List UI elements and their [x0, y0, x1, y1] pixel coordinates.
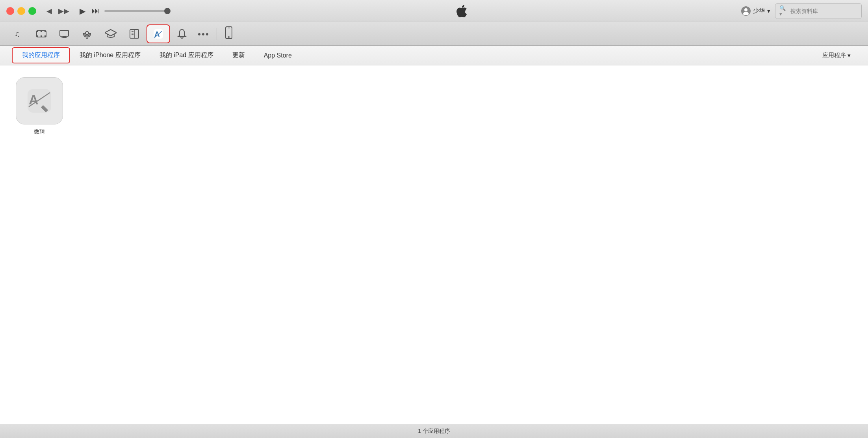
svg-point-27 — [206, 33, 208, 35]
podcast-icon — [82, 29, 92, 39]
close-button[interactable] — [6, 7, 14, 15]
svg-point-29 — [228, 36, 230, 38]
subnav-updates[interactable]: 更新 — [223, 48, 254, 63]
more-options-button[interactable] — [194, 26, 213, 41]
svg-point-25 — [198, 33, 200, 35]
title-bar: ◀ ▶▶ ▶ ⏭ 少华 ▾ 🔍▾ — [0, 0, 868, 22]
maximize-button[interactable] — [28, 7, 36, 15]
progress-bar[interactable] — [104, 10, 183, 12]
subnav-appstore[interactable]: App Store — [254, 49, 301, 62]
subnav-iphone-apps[interactable]: 我的 iPhone 应用程序 — [70, 48, 150, 63]
forward-button[interactable]: ▶▶ — [56, 5, 72, 17]
title-bar-right: 少华 ▾ 🔍▾ — [741, 3, 862, 19]
svg-point-1 — [743, 12, 749, 15]
user-name: 少华 — [753, 7, 765, 15]
toolbar-tv-button[interactable] — [54, 26, 75, 42]
svg-text:♫: ♫ — [15, 30, 20, 38]
svg-point-0 — [744, 8, 747, 11]
subnav-ipad-apps[interactable]: 我的 iPad 应用程序 — [150, 48, 223, 63]
svg-point-26 — [202, 33, 204, 35]
toolbar-bookstore-button[interactable] — [124, 26, 145, 42]
subnav: 我的应用程序 我的 iPhone 应用程序 我的 iPad 应用程序 更新 Ap… — [0, 46, 868, 65]
music-icon: ♫ — [13, 29, 24, 39]
nav-arrows: ◀ ▶▶ — [44, 5, 72, 17]
user-icon — [742, 7, 750, 15]
title-bar-center — [188, 5, 736, 17]
svg-rect-7 — [45, 35, 46, 37]
film-icon — [36, 30, 46, 38]
tv-icon — [59, 29, 69, 39]
toolbar-music-button[interactable]: ♫ — [8, 26, 29, 42]
svg-text:A: A — [29, 92, 39, 107]
svg-point-13 — [85, 32, 89, 35]
svg-rect-5 — [45, 31, 46, 32]
toolbar-device-button[interactable] — [221, 23, 237, 45]
app-icon-wrapper: A — [16, 77, 63, 124]
main-content: A 微聘 — [0, 65, 868, 424]
search-icon: 🔍▾ — [779, 5, 788, 17]
more-icon — [198, 32, 209, 36]
play-button[interactable]: ▶ — [80, 6, 85, 16]
svg-rect-12 — [61, 37, 67, 38]
window-controls — [6, 7, 36, 15]
appstore-icon: A — [153, 28, 164, 39]
svg-rect-10 — [60, 30, 69, 36]
subnav-my-apps[interactable]: 我的应用程序 — [12, 47, 70, 63]
svg-rect-9 — [41, 35, 42, 37]
search-box[interactable]: 🔍▾ — [775, 3, 862, 19]
svg-rect-11 — [63, 36, 66, 37]
toolbar-podcast-button[interactable] — [76, 26, 98, 42]
graduation-icon — [105, 29, 117, 39]
svg-rect-6 — [37, 35, 38, 37]
user-avatar — [741, 6, 751, 16]
book-icon — [129, 29, 139, 39]
svg-rect-8 — [41, 31, 42, 32]
subnav-dropdown[interactable]: 应用程序 ▾ — [817, 49, 856, 61]
subnav-dropdown-label: 应用程序 — [822, 52, 846, 59]
toolbar-education-button[interactable] — [99, 26, 122, 42]
dropdown-chevron-icon: ▾ — [848, 52, 851, 59]
iphone-icon — [225, 26, 233, 39]
search-input[interactable] — [790, 8, 857, 14]
back-button[interactable]: ◀ — [44, 5, 54, 17]
user-chevron-icon: ▾ — [767, 7, 770, 15]
app-name: 微聘 — [34, 128, 45, 135]
toolbar-notifications-button[interactable] — [172, 26, 192, 42]
progress-thumb[interactable] — [164, 8, 171, 14]
status-text: 1 个应用程序 — [418, 428, 450, 435]
app-item[interactable]: A 微聘 — [12, 77, 67, 135]
toolbar-appstore-button[interactable]: A — [147, 24, 170, 43]
minimize-button[interactable] — [17, 7, 25, 15]
svg-marker-16 — [105, 30, 117, 36]
status-bar: 1 个应用程序 — [0, 424, 868, 438]
toolbar: ♫ — [0, 22, 868, 46]
toolbar-movies-button[interactable] — [31, 26, 52, 41]
playback-controls: ▶ ⏭ — [80, 6, 100, 16]
bell-icon — [177, 29, 187, 39]
svg-rect-4 — [37, 31, 38, 32]
toolbar-separator — [217, 28, 217, 40]
apple-logo-svg — [456, 5, 469, 17]
progress-track — [104, 10, 167, 12]
fast-forward-button[interactable]: ⏭ — [92, 6, 100, 15]
weipin-app-icon: A — [26, 87, 53, 115]
user-menu[interactable]: 少华 ▾ — [741, 6, 770, 16]
